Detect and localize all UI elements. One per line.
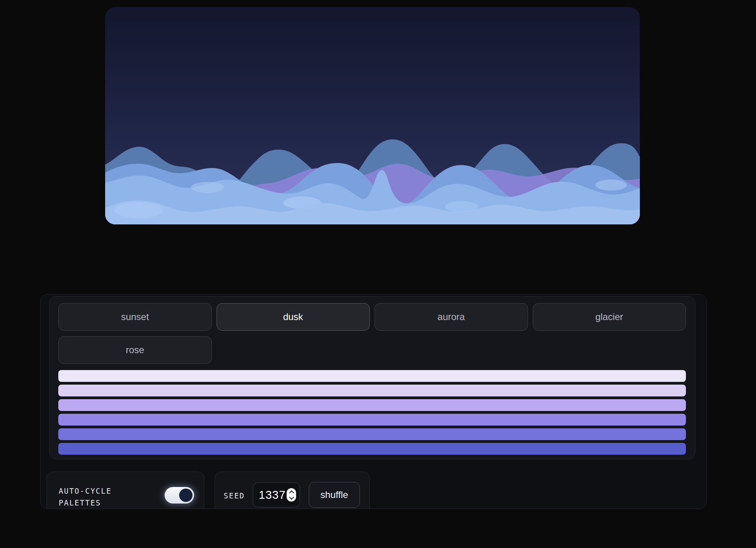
toggle-knob (179, 489, 193, 502)
cloud-highlight (595, 180, 627, 191)
auto-cycle-label: AUTO-CYCLE PALETTES (59, 485, 111, 509)
seed-number-input[interactable]: 1337 (253, 482, 300, 507)
swatch-2 (58, 399, 686, 411)
palette-button-rose[interactable]: rose (58, 336, 212, 364)
shuffle-button[interactable]: shuffle (309, 482, 360, 508)
swatch-list (58, 370, 686, 455)
swatch-1 (58, 385, 686, 396)
palette-button-sunset[interactable]: sunset (58, 303, 212, 331)
swatch-0 (58, 370, 686, 382)
cloud-puff (114, 202, 163, 218)
seed-label: SEED (224, 490, 245, 502)
control-deck: sunset dusk aurora glacier rose AUTO-CYC… (40, 294, 707, 509)
seed-group: SEED 1337 shuffle (215, 472, 370, 509)
swatch-5 (58, 443, 686, 455)
palette-button-aurora[interactable]: aurora (374, 303, 528, 331)
generative-art-canvas (105, 7, 640, 224)
auto-cycle-group: AUTO-CYCLE PALETTES (46, 472, 204, 509)
palette-button-glacier[interactable]: glacier (533, 303, 686, 331)
palette-panel: sunset dusk aurora glacier rose (49, 296, 695, 459)
auto-cycle-toggle[interactable] (165, 487, 194, 504)
landscape-svg (105, 7, 640, 224)
cloud-puff (445, 201, 478, 212)
swatch-3 (58, 414, 686, 426)
app-stage: sunset dusk aurora glacier rose AUTO-CYC… (0, 0, 756, 548)
swatch-4 (58, 428, 686, 440)
stepper-down-icon[interactable] (289, 494, 294, 500)
cloud-highlight (191, 182, 224, 193)
seed-value: 1337 (259, 489, 286, 502)
seed-stepper[interactable] (287, 488, 296, 502)
palette-grid: sunset dusk aurora glacier rose (58, 303, 686, 364)
palette-button-dusk[interactable]: dusk (217, 303, 370, 331)
